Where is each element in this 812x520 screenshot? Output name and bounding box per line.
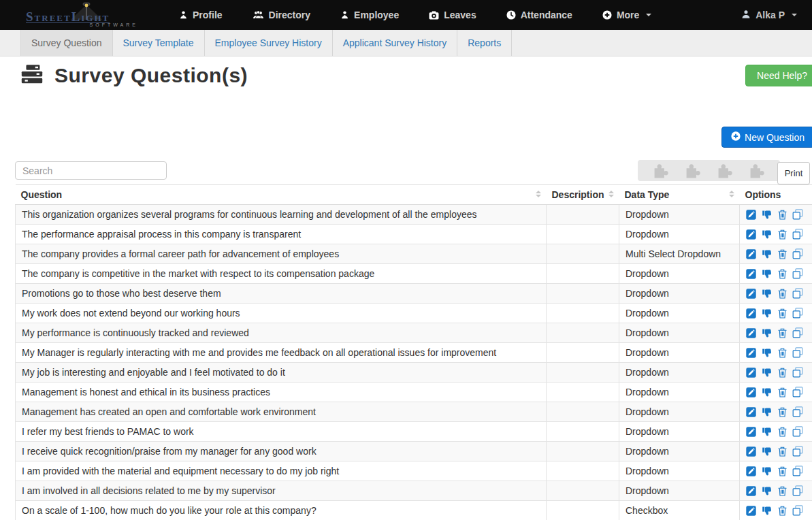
trash-icon[interactable]	[778, 249, 787, 259]
user-menu[interactable]: Alka P	[741, 0, 797, 30]
trash-icon[interactable]	[778, 348, 787, 358]
edit-icon[interactable]	[746, 249, 756, 259]
column-header-data-type[interactable]: Data Type	[619, 185, 740, 205]
copy-icon[interactable]	[792, 268, 803, 279]
export-puzzle-icon[interactable]	[749, 163, 765, 178]
trash-icon[interactable]	[778, 407, 787, 417]
edit-icon[interactable]	[746, 229, 756, 240]
tab-reports[interactable]: Reports	[457, 30, 512, 56]
edit-icon[interactable]	[746, 506, 756, 516]
table-row: The company is competitive in the market…	[16, 264, 812, 284]
edit-icon[interactable]	[746, 269, 756, 279]
export-puzzle-icon[interactable]	[717, 163, 733, 178]
edit-icon[interactable]	[746, 348, 756, 358]
caret-down-icon	[646, 14, 651, 16]
copy-icon[interactable]	[792, 466, 803, 476]
trash-icon[interactable]	[778, 210, 787, 220]
copy-icon[interactable]	[792, 308, 803, 319]
edit-icon[interactable]	[746, 387, 756, 397]
thumbs-down-icon[interactable]	[762, 348, 773, 358]
brand-logo[interactable]: StreetLight SOFTWARE	[20, 0, 153, 30]
nav-item-profile[interactable]: Profile	[179, 10, 223, 20]
edit-icon[interactable]	[746, 308, 756, 319]
need-help-button[interactable]: Need Help?	[745, 65, 812, 86]
copy-icon[interactable]	[792, 406, 803, 417]
trash-icon[interactable]	[778, 506, 787, 516]
edit-icon[interactable]	[746, 486, 756, 496]
thumbs-down-icon[interactable]	[762, 427, 773, 437]
thumbs-down-icon[interactable]	[762, 289, 773, 299]
thumbs-down-icon[interactable]	[762, 486, 773, 496]
column-header-question[interactable]: Question	[16, 185, 547, 205]
copy-icon[interactable]	[792, 229, 803, 240]
edit-icon[interactable]	[746, 368, 756, 378]
print-button[interactable]: Print	[777, 162, 810, 184]
column-header-description[interactable]: Description	[547, 185, 619, 205]
copy-icon[interactable]	[792, 446, 803, 457]
tab-survey-template[interactable]: Survey Template	[113, 30, 205, 56]
thumbs-down-icon[interactable]	[762, 328, 773, 338]
tab-survey-question[interactable]: Survey Question	[20, 30, 113, 56]
trash-icon[interactable]	[778, 308, 787, 319]
copy-icon[interactable]	[792, 327, 803, 338]
tab-employee-survey-history[interactable]: Employee Survey History	[205, 30, 333, 56]
thumbs-down-icon[interactable]	[762, 387, 773, 397]
data-type-cell: Dropdown	[619, 383, 740, 402]
nav-item-leaves[interactable]: Leaves	[429, 10, 476, 20]
profile-person-icon	[179, 10, 188, 20]
trash-icon[interactable]	[778, 427, 787, 437]
nav-item-directory[interactable]: Directory	[253, 10, 310, 20]
copy-icon[interactable]	[792, 485, 803, 496]
thumbs-down-icon[interactable]	[762, 210, 773, 220]
plus-circle-icon	[731, 131, 741, 143]
nav-item-attendance[interactable]: Attendance	[506, 10, 572, 20]
thumbs-down-icon[interactable]	[762, 407, 773, 417]
copy-icon[interactable]	[792, 367, 803, 378]
thumbs-down-icon[interactable]	[762, 308, 773, 319]
export-puzzle-icon[interactable]	[653, 163, 669, 178]
trash-icon[interactable]	[778, 486, 787, 496]
thumbs-down-icon[interactable]	[762, 229, 773, 240]
export-puzzle-icon[interactable]	[685, 163, 701, 178]
edit-icon[interactable]	[746, 328, 756, 338]
thumbs-down-icon[interactable]	[762, 368, 773, 378]
copy-icon[interactable]	[792, 347, 803, 358]
thumbs-down-icon[interactable]	[762, 506, 773, 516]
copy-icon[interactable]	[792, 426, 803, 437]
thumbs-down-icon[interactable]	[762, 269, 773, 279]
user-icon	[741, 10, 751, 21]
copy-icon[interactable]	[792, 505, 803, 516]
list-stack-icon	[19, 64, 45, 87]
trash-icon[interactable]	[778, 446, 787, 457]
copy-icon[interactable]	[792, 248, 803, 259]
nav-item-label: Attendance	[521, 10, 572, 20]
copy-icon[interactable]	[792, 209, 803, 220]
edit-icon[interactable]	[746, 466, 756, 476]
trash-icon[interactable]	[778, 269, 787, 279]
edit-icon[interactable]	[746, 427, 756, 437]
nav-item-more[interactable]: More	[602, 10, 651, 20]
thumbs-down-icon[interactable]	[762, 466, 773, 476]
copy-icon[interactable]	[792, 288, 803, 299]
table-row: The performance appraisal process in thi…	[16, 225, 812, 244]
edit-icon[interactable]	[746, 446, 756, 457]
copy-icon[interactable]	[792, 387, 803, 397]
edit-icon[interactable]	[746, 407, 756, 417]
table-row: Promotions go to those who best deserve …	[16, 284, 812, 304]
trash-icon[interactable]	[778, 466, 787, 476]
trash-icon[interactable]	[778, 328, 787, 338]
tab-applicant-survey-history[interactable]: Applicant Survey History	[333, 30, 458, 56]
edit-icon[interactable]	[746, 210, 756, 220]
nav-item-employee[interactable]: Employee	[340, 10, 399, 20]
new-question-button[interactable]: New Question	[721, 127, 812, 148]
trash-icon[interactable]	[778, 387, 787, 397]
search-input[interactable]	[15, 161, 167, 180]
trash-icon[interactable]	[778, 368, 787, 378]
thumbs-down-icon[interactable]	[762, 446, 773, 457]
table-row: I am involved in all decisions related t…	[16, 481, 812, 501]
trash-icon[interactable]	[778, 289, 787, 299]
thumbs-down-icon[interactable]	[762, 249, 773, 259]
question-cell: I am involved in all decisions related t…	[16, 481, 547, 501]
trash-icon[interactable]	[778, 229, 787, 240]
edit-icon[interactable]	[746, 289, 756, 299]
